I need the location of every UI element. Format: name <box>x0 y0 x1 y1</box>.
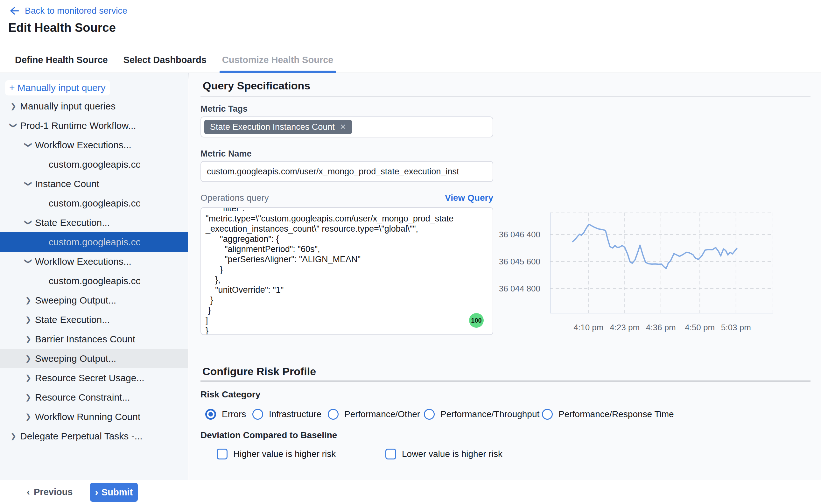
chevron-down-icon[interactable]: ❯ <box>9 122 18 129</box>
radio-unselected-icon[interactable] <box>424 409 435 420</box>
tree-item-label: custom.googleapis.co <box>49 159 140 170</box>
tab-select-dashboards[interactable]: Select Dashboards <box>123 55 207 65</box>
chevron-down-icon[interactable]: ❯ <box>24 219 33 227</box>
submit-button[interactable]: › Submit <box>90 483 138 502</box>
radio-unselected-icon[interactable] <box>328 409 339 420</box>
y-axis-tick-label: 36 044 800 <box>493 283 540 294</box>
back-to-monitored-service-link[interactable]: Back to monitored service <box>9 6 127 16</box>
configure-risk-profile-heading: Configure Risk Profile <box>202 365 316 378</box>
tab-define-health-source[interactable]: Define Health Source <box>15 55 108 65</box>
chevron-right-icon: › <box>95 487 98 497</box>
tree-item-manually-input-queries[interactable]: ❯Manually input queries <box>0 96 188 116</box>
wizard-tabbar: Define Health SourceSelect DashboardsCus… <box>0 47 821 73</box>
tree-item-label: Instance Count <box>35 179 99 189</box>
metric-tags-input[interactable]: State Execution Instances Count ✕ <box>200 116 493 137</box>
deviation-option-higher-value-is-higher-risk[interactable]: Higher value is higher risk <box>217 449 336 459</box>
tree-item-custom-googleapis-co[interactable]: custom.googleapis.co <box>0 155 188 174</box>
metric-tags-label: Metric Tags <box>200 104 248 114</box>
risk-section-divider <box>200 381 810 381</box>
tree-item-workflow-executions[interactable]: ❯Workflow Executions... <box>0 252 188 271</box>
metrics-sidebar: + Manually input query ❯Manually input q… <box>0 73 188 480</box>
risk-category-option-performance-throughput[interactable]: Performance/Throughput <box>424 409 539 420</box>
risk-category-option-label: Performance/Throughput <box>440 409 539 419</box>
tree-item-state-execution[interactable]: ❯State Execution... <box>0 310 188 329</box>
chevron-left-icon: ‹ <box>27 487 30 497</box>
chevron-down-icon[interactable]: ❯ <box>24 180 33 188</box>
radio-selected-icon[interactable] <box>205 409 216 420</box>
tree-item-custom-googleapis-co[interactable]: custom.googleapis.co <box>0 271 188 291</box>
section-divider <box>200 96 810 97</box>
risk-category-option-label: Errors <box>222 409 246 419</box>
risk-category-option-label: Infrastructure <box>269 409 321 419</box>
deviation-option-lower-value-is-higher-risk[interactable]: Lower value is higher risk <box>385 449 502 459</box>
query-score-badge: 100 <box>469 313 484 328</box>
chevron-right-icon[interactable]: ❯ <box>25 315 32 324</box>
chevron-right-icon[interactable]: ❯ <box>25 374 32 382</box>
query-specifications-heading: Query Specifications <box>203 80 310 92</box>
radio-unselected-icon[interactable] <box>542 409 553 420</box>
chevron-right-icon[interactable]: ❯ <box>25 393 32 402</box>
x-axis-tick-label: 5:03 pm <box>714 323 758 333</box>
edit-health-source-page: Back to monitored service Edit Health So… <box>0 0 821 504</box>
tree-item-workflow-executions[interactable]: ❯Workflow Executions... <box>0 135 188 155</box>
tree-item-custom-googleapis-co[interactable]: custom.googleapis.co <box>0 232 188 252</box>
tree-item-state-execution[interactable]: ❯State Execution... <box>0 213 188 232</box>
tree-item-resource-secret-usage[interactable]: ❯Resource Secret Usage... <box>0 368 188 388</box>
deviation-option-label: Lower value is higher risk <box>402 449 502 459</box>
chevron-right-icon[interactable]: ❯ <box>10 102 17 110</box>
tree-item-label: Sweeping Output... <box>35 353 116 364</box>
metrics-tree: ❯Manually input queries❯Prod-1 Runtime W… <box>0 96 188 446</box>
chevron-right-icon[interactable]: ❯ <box>25 296 32 305</box>
chevron-down-icon[interactable]: ❯ <box>24 258 33 265</box>
operations-query-text: "filter": "metric.type=\"custom.googleap… <box>201 207 493 335</box>
checkbox-unchecked-icon[interactable] <box>385 449 396 459</box>
back-arrow-icon <box>9 6 20 16</box>
tab-customize-health-source[interactable]: Customize Health Source <box>222 55 333 65</box>
deviation-option-label: Higher value is higher risk <box>233 449 336 459</box>
tree-item-label: Prod-1 Runtime Workflow... <box>20 120 136 131</box>
risk-category-option-performance-response-time[interactable]: Performance/Response Time <box>542 409 674 420</box>
tree-item-label: Workflow Executions... <box>35 140 131 151</box>
chevron-down-icon[interactable]: ❯ <box>24 141 33 149</box>
risk-category-option-performance-other[interactable]: Performance/Other <box>328 409 420 420</box>
operations-query-textarea[interactable]: "filter": "metric.type=\"custom.googleap… <box>200 207 493 335</box>
tree-item-label: Delegate Perpetual Tasks -... <box>20 431 143 442</box>
chevron-right-icon[interactable]: ❯ <box>10 432 17 440</box>
page-title: Edit Health Source <box>8 21 116 35</box>
tree-item-sweeping-output[interactable]: ❯Sweeping Output... <box>0 291 188 310</box>
metric-name-label: Metric Name <box>200 149 252 159</box>
tree-item-prod-1-runtime-workflow[interactable]: ❯Prod-1 Runtime Workflow... <box>0 116 188 135</box>
submit-button-label: Submit <box>102 487 133 498</box>
tree-item-barrier-instances-count[interactable]: ❯Barrier Instances Count <box>0 329 188 349</box>
metric-preview-chart <box>550 213 773 313</box>
tree-item-label: Workflow Running Count <box>35 411 140 422</box>
previous-button[interactable]: ‹ Previous <box>27 480 73 504</box>
chevron-right-icon[interactable]: ❯ <box>25 354 32 363</box>
risk-category-option-infrastructure[interactable]: Infrastructure <box>252 409 321 420</box>
tree-item-custom-googleapis-co[interactable]: custom.googleapis.co <box>0 193 188 213</box>
chevron-right-icon[interactable]: ❯ <box>25 412 32 421</box>
back-link-label: Back to monitored service <box>25 6 127 16</box>
add-manual-query-button[interactable]: + Manually input query <box>5 80 110 95</box>
tree-item-workflow-running-count[interactable]: ❯Workflow Running Count <box>0 407 188 426</box>
tree-item-sweeping-output[interactable]: ❯Sweeping Output... <box>0 349 188 368</box>
tree-item-delegate-perpetual-tasks[interactable]: ❯Delegate Perpetual Tasks -... <box>0 426 188 446</box>
view-query-link[interactable]: View Query <box>445 193 493 203</box>
deviation-label: Deviation Compared to Baseline <box>200 430 337 440</box>
radio-unselected-icon[interactable] <box>252 409 263 420</box>
y-axis-tick-label: 36 046 400 <box>493 229 540 240</box>
chevron-right-icon[interactable]: ❯ <box>25 335 32 343</box>
tree-item-instance-count[interactable]: ❯Instance Count <box>0 174 188 193</box>
checkbox-unchecked-icon[interactable] <box>217 449 228 459</box>
metric-name-input[interactable]: custom.googleapis.com/user/x_mongo_prod_… <box>200 161 493 182</box>
remove-tag-icon[interactable]: ✕ <box>340 123 346 131</box>
risk-category-label: Risk Category <box>200 389 260 400</box>
tree-item-label: Resource Constraint... <box>35 392 130 403</box>
active-tab-underline <box>220 71 336 73</box>
risk-category-option-label: Performance/Other <box>344 409 420 419</box>
tree-item-label: custom.googleapis.co <box>49 198 140 209</box>
tree-item-resource-constraint[interactable]: ❯Resource Constraint... <box>0 388 188 407</box>
risk-category-option-errors[interactable]: Errors <box>205 409 246 420</box>
tree-item-label: Barrier Instances Count <box>35 334 135 345</box>
tree-item-label: State Execution... <box>35 217 110 228</box>
